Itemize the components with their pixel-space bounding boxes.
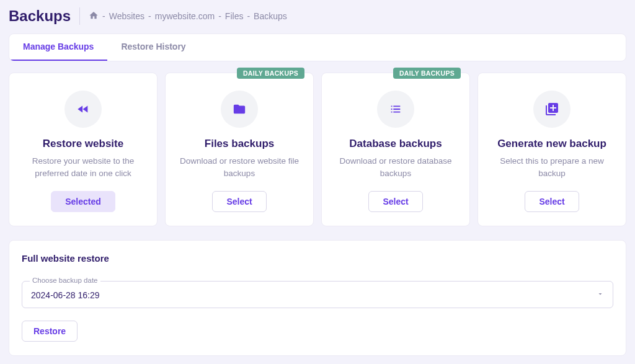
generate-backup-select-button[interactable]: Select bbox=[525, 191, 579, 212]
folder-icon bbox=[221, 91, 258, 128]
restore-button[interactable]: Restore bbox=[22, 321, 78, 342]
breadcrumb-websites[interactable]: Websites bbox=[109, 11, 144, 21]
breadcrumb-sep: - bbox=[102, 11, 105, 21]
card-desc: Download or restore database backups bbox=[333, 155, 458, 180]
list-icon bbox=[377, 91, 414, 128]
restore-website-selected-button[interactable]: Selected bbox=[51, 191, 115, 212]
card-files-backups: DAILY BACKUPS Files backups Download or … bbox=[165, 73, 314, 226]
select-label: Choose backup date bbox=[30, 277, 100, 284]
breadcrumb-domain[interactable]: mywebsite.com bbox=[155, 11, 215, 21]
card-title: Restore website bbox=[43, 138, 123, 150]
tab-manage-backups[interactable]: Manage Backups bbox=[9, 34, 107, 61]
card-desc: Select this to prepare a new backup bbox=[489, 155, 615, 180]
database-backups-select-button[interactable]: Select bbox=[368, 191, 422, 212]
tab-restore-history[interactable]: Restore History bbox=[107, 34, 199, 61]
page-title: Backups bbox=[9, 7, 80, 25]
card-restore-website: Restore website Restore your website to … bbox=[9, 73, 158, 226]
files-backups-select-button[interactable]: Select bbox=[212, 191, 266, 212]
panel-title: Full website restore bbox=[22, 253, 613, 264]
daily-backups-badge: DAILY BACKUPS bbox=[237, 68, 304, 79]
breadcrumb-sep: - bbox=[218, 11, 221, 21]
home-icon[interactable] bbox=[89, 11, 99, 22]
daily-backups-badge: DAILY BACKUPS bbox=[393, 68, 461, 79]
card-generate-backup: Generate new backup Select this to prepa… bbox=[477, 73, 626, 226]
breadcrumb-backups[interactable]: Backups bbox=[254, 11, 287, 21]
breadcrumb-sep: - bbox=[247, 11, 250, 21]
card-title: Database backups bbox=[349, 138, 442, 150]
breadcrumb-sep: - bbox=[148, 11, 151, 21]
chevron-down-icon bbox=[597, 289, 604, 300]
full-restore-panel: Full website restore Choose backup date … bbox=[9, 240, 626, 356]
breadcrumb-files[interactable]: Files bbox=[225, 11, 244, 21]
card-desc: Download or restore website file backups bbox=[177, 155, 302, 180]
backup-date-select[interactable]: Choose backup date 2024-06-28 16:29 bbox=[22, 281, 613, 308]
card-title: Files backups bbox=[205, 138, 274, 150]
tabs: Manage Backups Restore History bbox=[9, 33, 626, 61]
card-database-backups: DAILY BACKUPS Database backups Download … bbox=[321, 73, 470, 226]
breadcrumb: - Websites - mywebsite.com - Files - Bac… bbox=[89, 11, 287, 22]
rewind-icon bbox=[64, 91, 102, 128]
add-to-collection-icon bbox=[533, 91, 571, 128]
card-title: Generate new backup bbox=[497, 138, 606, 150]
card-desc: Restore your website to the preferred da… bbox=[20, 155, 146, 180]
select-value: 2024-06-28 16:29 bbox=[31, 290, 604, 300]
